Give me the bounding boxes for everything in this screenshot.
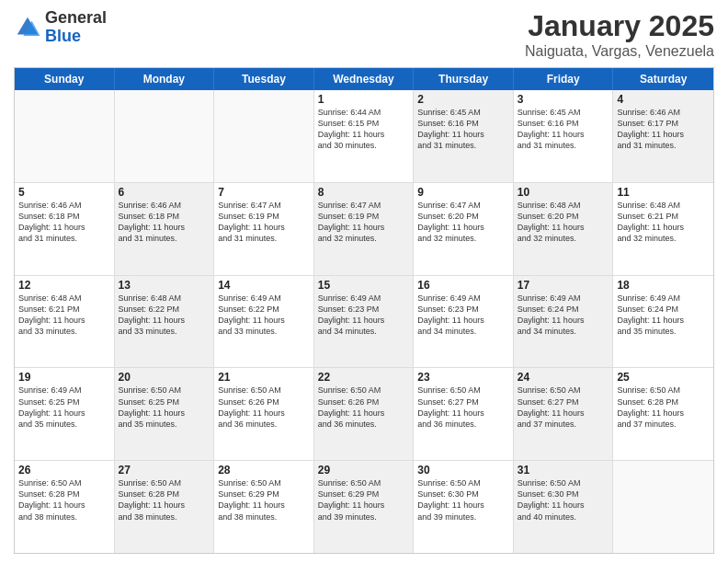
day-number: 24 [518,371,609,384]
day-number: 29 [318,464,410,477]
calendar-cell: 17Sunrise: 6:49 AM Sunset: 6:24 PM Dayli… [514,276,614,368]
day-info: Sunrise: 6:49 AM Sunset: 6:25 PM Dayligh… [18,385,110,430]
day-number: 12 [18,279,110,292]
day-info: Sunrise: 6:49 AM Sunset: 6:22 PM Dayligh… [218,293,310,338]
day-info: Sunrise: 6:46 AM Sunset: 6:17 PM Dayligh… [617,107,710,152]
day-info: Sunrise: 6:44 AM Sunset: 6:15 PM Dayligh… [318,107,410,152]
day-info: Sunrise: 6:47 AM Sunset: 6:20 PM Dayligh… [417,200,509,245]
day-info: Sunrise: 6:50 AM Sunset: 6:27 PM Dayligh… [518,385,609,430]
calendar-cell: 12Sunrise: 6:48 AM Sunset: 6:21 PM Dayli… [15,276,115,368]
day-info: Sunrise: 6:50 AM Sunset: 6:29 PM Dayligh… [318,477,410,523]
header: General Blue January 2025 Naiguata, Varg… [14,9,714,60]
day-number: 3 [518,93,609,106]
day-info: Sunrise: 6:49 AM Sunset: 6:24 PM Dayligh… [518,293,609,338]
calendar-header-row: SundayMondayTuesdayWednesdayThursdayFrid… [15,68,713,90]
day-info: Sunrise: 6:48 AM Sunset: 6:20 PM Dayligh… [518,200,609,245]
page: General Blue January 2025 Naiguata, Varg… [0,0,728,563]
day-info: Sunrise: 6:48 AM Sunset: 6:21 PM Dayligh… [617,200,710,245]
day-number: 20 [119,371,210,384]
calendar-header-cell: Tuesday [214,68,314,90]
day-number: 16 [417,279,509,292]
calendar-header-cell: Saturday [613,68,713,90]
day-number: 5 [18,186,110,199]
calendar-cell: 29Sunrise: 6:50 AM Sunset: 6:29 PM Dayli… [314,461,415,553]
calendar-cell [15,90,115,182]
calendar-cell: 28Sunrise: 6:50 AM Sunset: 6:29 PM Dayli… [214,461,314,553]
day-info: Sunrise: 6:47 AM Sunset: 6:19 PM Dayligh… [318,200,410,245]
calendar-header-cell: Sunday [15,68,115,90]
calendar-header-cell: Wednesday [314,68,415,90]
calendar-cell: 19Sunrise: 6:49 AM Sunset: 6:25 PM Dayli… [15,368,115,460]
main-title: January 2025 [525,9,714,43]
calendar-cell [613,461,713,553]
day-number: 1 [318,93,410,106]
calendar-week-row: 12Sunrise: 6:48 AM Sunset: 6:21 PM Dayli… [15,276,713,369]
calendar-cell: 16Sunrise: 6:49 AM Sunset: 6:23 PM Dayli… [414,276,514,368]
calendar-cell: 13Sunrise: 6:48 AM Sunset: 6:22 PM Dayli… [115,276,215,368]
calendar-cell: 23Sunrise: 6:50 AM Sunset: 6:27 PM Dayli… [414,368,514,460]
calendar-cell: 3Sunrise: 6:45 AM Sunset: 6:16 PM Daylig… [514,90,614,182]
calendar-cell [214,90,314,182]
logo-blue-text: Blue [45,28,107,46]
subtitle: Naiguata, Vargas, Venezuela [525,43,714,60]
day-info: Sunrise: 6:50 AM Sunset: 6:25 PM Dayligh… [119,385,210,430]
calendar-cell: 1Sunrise: 6:44 AM Sunset: 6:15 PM Daylig… [314,90,415,182]
day-number: 19 [18,371,110,384]
day-number: 27 [119,464,210,477]
day-info: Sunrise: 6:47 AM Sunset: 6:19 PM Dayligh… [218,200,310,245]
day-number: 2 [417,93,509,106]
calendar-cell: 6Sunrise: 6:46 AM Sunset: 6:18 PM Daylig… [115,183,215,275]
calendar-cell: 15Sunrise: 6:49 AM Sunset: 6:23 PM Dayli… [314,276,415,368]
day-number: 15 [318,279,410,292]
day-info: Sunrise: 6:49 AM Sunset: 6:23 PM Dayligh… [417,293,509,338]
day-info: Sunrise: 6:46 AM Sunset: 6:18 PM Dayligh… [18,200,110,245]
day-info: Sunrise: 6:48 AM Sunset: 6:21 PM Dayligh… [18,293,110,338]
logo-text: General Blue [45,9,107,46]
calendar-cell: 27Sunrise: 6:50 AM Sunset: 6:28 PM Dayli… [115,461,215,553]
calendar-cell: 11Sunrise: 6:48 AM Sunset: 6:21 PM Dayli… [613,183,713,275]
calendar-cell: 26Sunrise: 6:50 AM Sunset: 6:28 PM Dayli… [15,461,115,553]
calendar-cell: 2Sunrise: 6:45 AM Sunset: 6:16 PM Daylig… [414,90,514,182]
calendar-cell: 14Sunrise: 6:49 AM Sunset: 6:22 PM Dayli… [214,276,314,368]
calendar-cell: 20Sunrise: 6:50 AM Sunset: 6:25 PM Dayli… [115,368,215,460]
day-info: Sunrise: 6:45 AM Sunset: 6:16 PM Dayligh… [417,107,509,152]
day-number: 13 [119,279,210,292]
day-info: Sunrise: 6:50 AM Sunset: 6:28 PM Dayligh… [119,477,210,523]
day-number: 23 [417,371,509,384]
day-number: 22 [318,371,410,384]
day-info: Sunrise: 6:50 AM Sunset: 6:30 PM Dayligh… [518,477,609,523]
day-info: Sunrise: 6:50 AM Sunset: 6:29 PM Dayligh… [218,477,310,523]
day-number: 25 [617,371,710,384]
calendar-cell: 9Sunrise: 6:47 AM Sunset: 6:20 PM Daylig… [414,183,514,275]
day-number: 6 [119,186,210,199]
calendar-week-row: 1Sunrise: 6:44 AM Sunset: 6:15 PM Daylig… [15,90,713,183]
calendar-header-cell: Monday [115,68,215,90]
calendar-cell: 8Sunrise: 6:47 AM Sunset: 6:19 PM Daylig… [314,183,415,275]
day-info: Sunrise: 6:50 AM Sunset: 6:28 PM Dayligh… [18,477,110,523]
logo-general-text: General [45,9,107,28]
calendar-cell: 25Sunrise: 6:50 AM Sunset: 6:28 PM Dayli… [613,368,713,460]
day-number: 8 [318,186,410,199]
logo: General Blue [14,9,107,46]
day-number: 17 [518,279,609,292]
calendar-cell: 22Sunrise: 6:50 AM Sunset: 6:26 PM Dayli… [314,368,415,460]
calendar: SundayMondayTuesdayWednesdayThursdayFrid… [14,67,714,554]
calendar-cell: 24Sunrise: 6:50 AM Sunset: 6:27 PM Dayli… [514,368,614,460]
calendar-week-row: 19Sunrise: 6:49 AM Sunset: 6:25 PM Dayli… [15,368,713,461]
calendar-week-row: 26Sunrise: 6:50 AM Sunset: 6:28 PM Dayli… [15,461,713,553]
calendar-week-row: 5Sunrise: 6:46 AM Sunset: 6:18 PM Daylig… [15,183,713,276]
day-info: Sunrise: 6:50 AM Sunset: 6:30 PM Dayligh… [417,477,509,523]
day-number: 28 [218,464,310,477]
day-number: 26 [18,464,110,477]
calendar-cell: 31Sunrise: 6:50 AM Sunset: 6:30 PM Dayli… [514,461,614,553]
day-number: 11 [617,186,710,199]
day-info: Sunrise: 6:50 AM Sunset: 6:27 PM Dayligh… [417,385,509,430]
day-number: 31 [518,464,609,477]
day-number: 9 [417,186,509,199]
title-block: January 2025 Naiguata, Vargas, Venezuela [525,9,714,60]
calendar-cell: 7Sunrise: 6:47 AM Sunset: 6:19 PM Daylig… [214,183,314,275]
logo-icon [14,14,41,41]
calendar-cell: 30Sunrise: 6:50 AM Sunset: 6:30 PM Dayli… [414,461,514,553]
day-number: 14 [218,279,310,292]
day-number: 30 [417,464,509,477]
